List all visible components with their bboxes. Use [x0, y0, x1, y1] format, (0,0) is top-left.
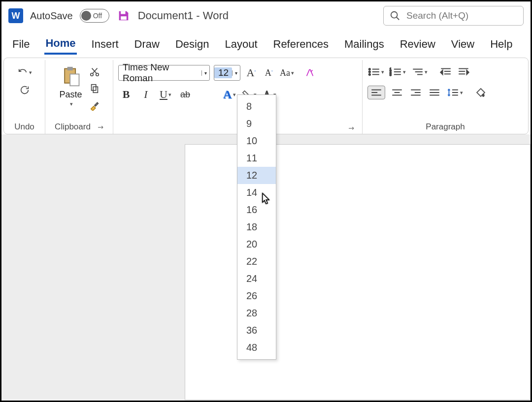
paste-label: Paste — [59, 90, 82, 100]
autosave-state: Off — [93, 12, 102, 20]
word-app-icon: W — [8, 8, 23, 23]
tab-help[interactable]: Help — [489, 35, 513, 54]
cut-button[interactable] — [88, 65, 101, 79]
tab-review[interactable]: Review — [399, 35, 436, 54]
multilevel-list-button[interactable]: ▾ — [411, 65, 428, 79]
tab-draw[interactable]: Draw — [133, 35, 161, 54]
shading-button[interactable] — [474, 86, 488, 99]
font-size-option[interactable]: 36 — [237, 322, 276, 339]
font-size-option[interactable]: 10 — [237, 132, 276, 150]
font-size-option[interactable]: 18 — [237, 218, 276, 236]
tab-home[interactable]: Home — [44, 34, 76, 55]
svg-line-9 — [93, 68, 97, 73]
strikethrough-button[interactable]: ab — [177, 87, 193, 102]
svg-text:3: 3 — [390, 73, 392, 76]
chevron-down-icon[interactable]: ▾ — [232, 70, 240, 76]
chevron-down-icon[interactable]: ▾ — [201, 70, 209, 76]
numbering-button[interactable]: 123▾ — [389, 65, 406, 79]
tab-mailings[interactable]: Mailings — [343, 35, 385, 54]
tab-insert[interactable]: Insert — [91, 35, 120, 54]
clipboard-group-label: Clipboard — [55, 122, 91, 132]
align-left-button[interactable] — [367, 86, 385, 99]
font-name-value: Times New Roman — [119, 62, 201, 84]
svg-rect-6 — [70, 74, 79, 86]
font-size-value: 12 — [214, 67, 232, 78]
font-size-option[interactable]: 11 — [237, 150, 276, 167]
save-icon[interactable] — [116, 8, 131, 23]
toggle-knob — [81, 11, 91, 21]
italic-button[interactable]: I — [138, 87, 154, 102]
text-effects-button[interactable]: A▾ — [222, 87, 237, 102]
font-size-option[interactable]: 20 — [237, 236, 276, 253]
svg-point-16 — [369, 68, 370, 70]
bold-button[interactable]: B — [118, 87, 134, 102]
tab-layout[interactable]: Layout — [224, 35, 258, 54]
repeat-button[interactable] — [15, 83, 34, 97]
svg-line-3 — [397, 17, 399, 20]
ribbon-tabs: File Home Insert Draw Design Layout Refe… — [1, 30, 531, 57]
tab-references[interactable]: References — [272, 35, 330, 54]
line-spacing-button[interactable]: ▾ — [446, 86, 463, 99]
svg-point-20 — [369, 74, 370, 75]
change-case-button[interactable]: Aa▾ — [280, 66, 294, 80]
format-painter-button[interactable] — [88, 98, 101, 112]
paragraph-group-label: Paragraph — [426, 122, 465, 132]
copy-button[interactable] — [88, 82, 101, 95]
font-size-dropdown[interactable]: 8 9 10 11 12 14 16 18 20 22 24 26 28 36 … — [237, 94, 276, 360]
svg-point-2 — [391, 12, 398, 18]
font-size-option[interactable]: 24 — [237, 270, 276, 287]
align-right-button[interactable] — [409, 86, 423, 99]
font-size-combobox[interactable]: 12 ▾ — [214, 65, 240, 81]
document-title: Document1 - Word — [138, 9, 229, 22]
mouse-cursor-icon — [262, 192, 271, 205]
font-name-combobox[interactable]: Times New Roman ▾ — [118, 65, 210, 81]
search-placeholder: Search (Alt+Q) — [406, 10, 468, 21]
svg-rect-1 — [121, 16, 127, 20]
paste-button[interactable]: Paste ▾ — [57, 65, 85, 107]
clear-formatting-button[interactable] — [303, 66, 317, 80]
tab-design[interactable]: Design — [174, 35, 210, 54]
autosave-toggle[interactable]: Off — [80, 9, 109, 23]
clipboard-dialog-launcher[interactable]: ↘ — [96, 122, 105, 132]
search-box[interactable]: Search (Alt+Q) — [383, 6, 524, 26]
font-size-option[interactable]: 26 — [237, 287, 276, 305]
bullets-button[interactable]: ▾ — [367, 65, 384, 79]
svg-line-10 — [92, 68, 96, 73]
font-size-option[interactable]: 22 — [237, 253, 276, 270]
svg-point-7 — [90, 73, 93, 76]
font-size-option[interactable]: 48 — [237, 339, 276, 356]
undo-button[interactable]: ▾ — [15, 65, 34, 80]
justify-button[interactable] — [428, 86, 441, 99]
svg-point-8 — [96, 73, 99, 76]
align-center-button[interactable] — [390, 86, 404, 99]
title-bar: W AutoSave Off Document1 - Word Search (… — [1, 1, 531, 30]
font-size-option[interactable]: 28 — [237, 305, 276, 322]
svg-rect-12 — [93, 87, 98, 93]
increase-indent-button[interactable] — [457, 65, 471, 79]
autosave-label: AutoSave — [30, 10, 73, 22]
increase-font-size-button[interactable]: Aˆ — [244, 66, 258, 80]
svg-rect-5 — [67, 67, 72, 70]
svg-point-18 — [369, 71, 370, 72]
decrease-font-size-button[interactable]: Aˇ — [262, 66, 276, 80]
font-size-option[interactable]: 12 — [237, 167, 276, 184]
font-dialog-launcher[interactable]: ↘ — [346, 123, 356, 133]
tab-file[interactable]: File — [11, 35, 31, 54]
tab-view[interactable]: View — [450, 35, 475, 54]
undo-group-label: Undo — [9, 120, 40, 134]
underline-button[interactable]: U▾ — [158, 87, 173, 102]
font-size-option[interactable]: 8 — [237, 98, 276, 115]
font-size-option[interactable]: 9 — [237, 115, 276, 132]
decrease-indent-button[interactable] — [438, 65, 452, 79]
svg-rect-11 — [91, 85, 96, 91]
svg-rect-0 — [121, 11, 125, 14]
